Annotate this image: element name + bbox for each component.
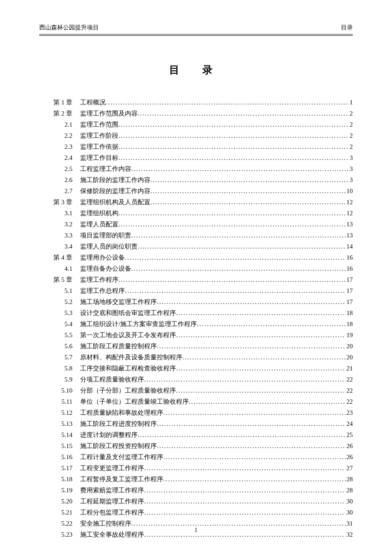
toc-label: 5.13 bbox=[39, 419, 80, 429]
toc-page: 18 bbox=[346, 308, 353, 318]
toc-entry: 5.7原材料、构配件及设备质量控制程序20 bbox=[39, 352, 353, 362]
toc-leader-dots bbox=[138, 430, 346, 440]
toc-page: 30 bbox=[346, 507, 353, 517]
toc-entry: 3.2监理人员配置13 bbox=[39, 219, 353, 229]
toc-entry: 4.1监理自备办公设备16 bbox=[39, 263, 353, 274]
toc-label: 5.15 bbox=[39, 441, 80, 451]
toc-label: 3.4 bbox=[39, 241, 80, 251]
toc-entry: 3.1监理组织机构12 bbox=[39, 208, 353, 218]
toc-title: 监理组织机构及人员配置 bbox=[80, 197, 150, 207]
document-page: 西山森林公园提升项目 目录 目 录 第 1 章工程概况1第 2 章监理工作范围及… bbox=[0, 0, 392, 555]
toc-entry: 5.12工程质量缺陷和事故处理程序23 bbox=[39, 408, 353, 418]
toc-label: 2.2 bbox=[39, 130, 80, 141]
toc-leader-dots bbox=[176, 308, 346, 318]
toc-entry: 5.2施工场地移交监理工作程序17 bbox=[39, 297, 353, 307]
toc-page: 28 bbox=[346, 474, 353, 484]
toc-label: 2.6 bbox=[39, 175, 80, 185]
document-title: 目 录 bbox=[39, 63, 353, 77]
toc-title: 监理工作范围及内容 bbox=[80, 108, 138, 119]
toc-title: 工序交接和隐蔽工程检查验收程序 bbox=[80, 363, 176, 373]
toc-page: 19 bbox=[346, 330, 353, 340]
toc-label: 2.4 bbox=[39, 153, 80, 163]
toc-page: 3 bbox=[349, 153, 353, 163]
toc-label: 5.17 bbox=[39, 463, 80, 473]
toc-entry: 5.10分部（子分部）工程质量验收程序22 bbox=[39, 385, 353, 396]
toc-entry: 5.5第一次工地会议及开工令发布程序19 bbox=[39, 330, 353, 340]
toc-leader-dots bbox=[150, 186, 346, 196]
toc-entry: 2.7保修阶段的监理工作内容10 bbox=[39, 186, 353, 196]
toc-leader-dots bbox=[118, 119, 349, 130]
toc-leader-dots bbox=[131, 263, 346, 274]
toc-label: 2.3 bbox=[39, 142, 80, 152]
toc-page: 10 bbox=[346, 186, 353, 196]
toc-leader-dots bbox=[189, 396, 346, 407]
toc-page: 12 bbox=[346, 197, 353, 207]
toc-entry: 2.5工程监理工作内容3 bbox=[39, 164, 353, 174]
toc-title: 工程监理工作内容 bbox=[80, 164, 131, 174]
toc-label: 5.9 bbox=[39, 374, 80, 384]
toc-entry: 5.18工程暂停及复工监理工作程序28 bbox=[39, 474, 353, 484]
toc-entry: 2.4监理工作目标3 bbox=[39, 153, 353, 163]
toc-leader-dots bbox=[131, 230, 346, 240]
toc-leader-dots bbox=[163, 408, 346, 418]
toc-label: 5.2 bbox=[39, 297, 80, 307]
toc-page: 30 bbox=[346, 496, 353, 506]
toc-entry: 2.3监理工作依据2 bbox=[39, 142, 353, 152]
toc-label: 第 3 章 bbox=[39, 197, 80, 207]
toc-label: 2.1 bbox=[39, 119, 80, 130]
toc-leader-dots bbox=[106, 97, 349, 107]
toc-entry: 第 3 章监理组织机构及人员配置12 bbox=[39, 197, 353, 207]
page-number: 1 bbox=[0, 527, 392, 534]
toc-title: 保修阶段的监理工作内容 bbox=[80, 186, 150, 196]
toc-entry: 5.16工程计量及支付监理工作程序26 bbox=[39, 452, 353, 462]
toc-page: 28 bbox=[346, 485, 353, 495]
toc-title: 施工阶段工程投资控制程序 bbox=[80, 441, 157, 451]
toc-entry: 2.2监理工作阶段2 bbox=[39, 130, 353, 141]
toc-entry: 5.19费用索赔监理工作程序28 bbox=[39, 485, 353, 495]
toc-label: 第 4 章 bbox=[39, 252, 80, 263]
toc-title: 项目监理部的职责 bbox=[80, 230, 131, 240]
toc-label: 5.20 bbox=[39, 496, 80, 506]
toc-leader-dots bbox=[182, 352, 346, 362]
toc-title: 工程变更监理工作程序 bbox=[80, 463, 144, 473]
toc-title: 监理组织机构 bbox=[80, 208, 118, 218]
toc-title: 施工场地移交监理工作程序 bbox=[80, 297, 157, 307]
toc-entry: 5.21工程分包监理工作程序30 bbox=[39, 507, 353, 517]
toc-page: 2 bbox=[349, 119, 353, 130]
toc-label: 第 5 章 bbox=[39, 275, 80, 285]
toc-label: 第 2 章 bbox=[39, 108, 80, 119]
toc-leader-dots bbox=[118, 208, 346, 218]
toc-entry: 5.8工序交接和隐蔽工程检查验收程序21 bbox=[39, 363, 353, 373]
toc-leader-dots bbox=[144, 496, 346, 506]
toc-title: 监理工作程序 bbox=[80, 275, 118, 285]
toc-label: 3.3 bbox=[39, 230, 80, 240]
toc-title: 分部（子分部）工程质量验收程序 bbox=[80, 385, 176, 396]
toc-entry: 5.1监理工作总程序17 bbox=[39, 286, 353, 296]
toc-page: 1 bbox=[349, 97, 353, 107]
toc-page: 17 bbox=[346, 297, 353, 307]
toc-title: 原材料、构配件及设备质量控制程序 bbox=[80, 352, 182, 362]
toc-entry: 第 2 章监理工作范围及内容2 bbox=[39, 108, 353, 119]
toc-title: 工程暂停及复工监理工作程序 bbox=[80, 474, 163, 484]
toc-title: 费用索赔监理工作程序 bbox=[80, 485, 144, 495]
toc-label: 5.6 bbox=[39, 341, 80, 351]
toc-leader-dots bbox=[118, 130, 349, 141]
toc-entry: 第 4 章监理用办公设备16 bbox=[39, 252, 353, 263]
toc-leader-dots bbox=[163, 452, 346, 462]
toc-page: 16 bbox=[346, 252, 353, 263]
toc-label: 3.1 bbox=[39, 208, 80, 218]
toc-entry: 5.3设计交底和图纸会审监理工作程序18 bbox=[39, 308, 353, 318]
toc-page: 12 bbox=[346, 208, 353, 218]
toc-label: 4.1 bbox=[39, 263, 80, 274]
toc-entry: 5.6施工阶段工程质量控制程序20 bbox=[39, 341, 353, 351]
toc-page: 27 bbox=[346, 463, 353, 473]
toc-entry: 第 1 章工程概况1 bbox=[39, 97, 353, 107]
toc-label: 5.11 bbox=[39, 396, 80, 407]
toc-label: 5.7 bbox=[39, 352, 80, 362]
toc-page: 17 bbox=[346, 275, 353, 285]
toc-page: 16 bbox=[346, 263, 353, 274]
toc-leader-dots bbox=[176, 330, 346, 340]
toc-label: 5.18 bbox=[39, 474, 80, 484]
toc-leader-dots bbox=[176, 385, 346, 396]
toc-leader-dots bbox=[118, 275, 346, 285]
